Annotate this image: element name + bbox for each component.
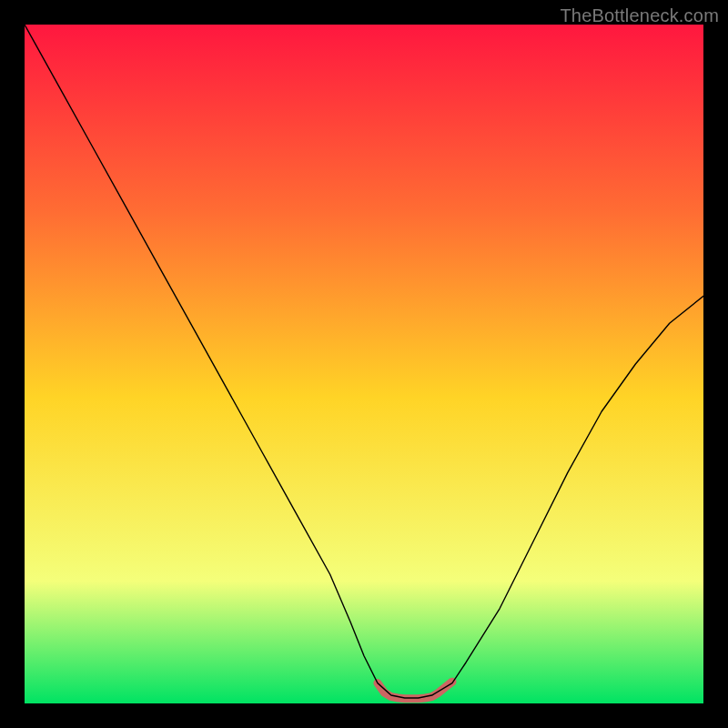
chart-background [25, 25, 703, 703]
chart-canvas [25, 25, 703, 703]
watermark-text: TheBottleneck.com [560, 5, 719, 26]
